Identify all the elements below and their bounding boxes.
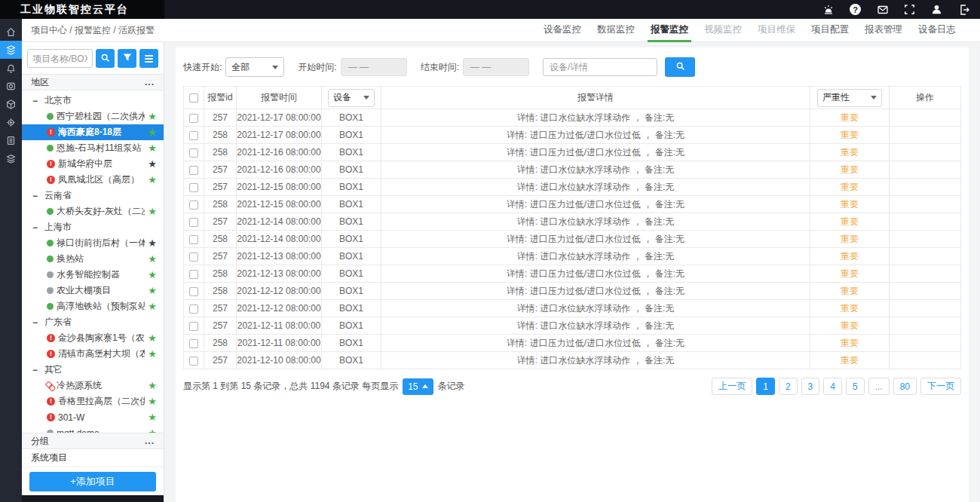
star-icon[interactable]: ★ xyxy=(148,349,157,359)
star-icon[interactable]: ★ xyxy=(148,381,157,390)
select-all-checkbox[interactable] xyxy=(189,93,198,103)
tree-item[interactable]: − 西宁碧桂园（二次供水3泵） ★ xyxy=(22,109,164,124)
project-search-input[interactable] xyxy=(27,49,93,68)
tree-item[interactable]: − 301-W ★ xyxy=(22,409,164,425)
system-project-item[interactable]: 系统项目 xyxy=(22,449,164,467)
tree-item[interactable]: − 冷热源系统 ★ xyxy=(22,378,164,393)
user-icon[interactable] xyxy=(930,3,943,16)
star-icon[interactable]: ★ xyxy=(148,112,157,121)
page-button[interactable]: 1 xyxy=(756,378,775,395)
device-filter-select[interactable]: 设备 xyxy=(328,89,375,107)
mail-icon[interactable] xyxy=(876,3,889,16)
tree-item[interactable]: − 清镇市高堡村大坝（农污） ★ xyxy=(22,346,164,362)
start-time-input[interactable] xyxy=(341,58,407,76)
row-checkbox[interactable] xyxy=(189,114,198,123)
filter-search-button[interactable] xyxy=(665,57,695,77)
device-detail-input[interactable] xyxy=(543,58,657,76)
tree-item[interactable]: − 北京市 ★ xyxy=(22,93,164,109)
star-icon[interactable]: ★ xyxy=(148,333,157,343)
collapse-icon[interactable]: − xyxy=(32,365,41,375)
nav-tab[interactable]: 设备监控 xyxy=(539,19,586,42)
star-icon[interactable]: ★ xyxy=(148,396,157,406)
page-button[interactable]: 80 xyxy=(893,378,917,395)
page-button[interactable]: 4 xyxy=(823,378,842,395)
rail-camera-icon[interactable] xyxy=(0,77,22,95)
row-checkbox[interactable] xyxy=(189,148,198,158)
tree-item[interactable]: − 云南省 ★ xyxy=(22,188,164,204)
star-icon[interactable]: ★ xyxy=(148,302,157,311)
star-icon[interactable]: ★ xyxy=(148,270,157,280)
severity-filter-select[interactable]: 严重性 xyxy=(817,89,882,107)
logout-icon[interactable] xyxy=(957,3,970,16)
collapse-icon[interactable]: − xyxy=(32,191,41,201)
row-checkbox[interactable] xyxy=(189,339,198,348)
star-icon[interactable]: ★ xyxy=(148,159,157,169)
nav-tab[interactable]: 报警监控 xyxy=(646,19,693,42)
nav-tab[interactable]: 视频监控 xyxy=(700,19,746,42)
rail-document-icon[interactable] xyxy=(0,131,22,149)
row-checkbox[interactable] xyxy=(189,131,198,140)
rail-alarm-bell-icon[interactable] xyxy=(0,59,22,77)
nav-tab[interactable]: 数据监控 xyxy=(593,19,639,42)
collapse-icon[interactable]: − xyxy=(32,317,41,328)
help-icon[interactable]: ? xyxy=(849,3,862,16)
row-checkbox[interactable] xyxy=(189,322,198,331)
nav-tab[interactable]: 项目配置 xyxy=(807,19,853,42)
page-button[interactable]: 5 xyxy=(846,378,865,395)
tree-item[interactable]: − mqtt demo ★ xyxy=(22,425,164,433)
star-icon[interactable]: ★ xyxy=(148,143,157,153)
row-checkbox[interactable] xyxy=(189,253,198,262)
tree-item[interactable]: − 恩施-石马村11组泵站（二次供 ★ xyxy=(22,140,164,156)
siren-icon[interactable] xyxy=(822,3,835,16)
end-time-input[interactable] xyxy=(463,58,529,76)
tree-item[interactable]: − 凤凰城北区（高层） ★ xyxy=(22,172,164,188)
star-icon[interactable]: ★ xyxy=(148,254,157,264)
tree-item[interactable]: − 大桥头友好-灰灶（二次供水0 ★ xyxy=(22,204,164,219)
rail-target-icon[interactable] xyxy=(0,113,22,131)
row-checkbox[interactable] xyxy=(189,235,198,244)
add-project-button[interactable]: +添加项目 xyxy=(29,472,156,491)
tree-item[interactable]: − 水务智能控制器 ★ xyxy=(22,267,164,283)
page-button[interactable]: ... xyxy=(868,378,890,395)
tree-item[interactable]: − 金沙县陶家寨1号（农污） ★ xyxy=(22,330,164,346)
page-button[interactable]: 上一页 xyxy=(712,378,752,395)
rail-stack-icon[interactable] xyxy=(0,149,22,167)
page-size-select[interactable]: 15 xyxy=(403,378,433,395)
row-checkbox[interactable] xyxy=(189,183,198,192)
collapse-icon[interactable]: − xyxy=(32,222,41,233)
region-more-icon[interactable]: ... xyxy=(145,79,155,85)
nav-tab[interactable]: 项目维保 xyxy=(753,19,800,42)
rail-home-icon[interactable] xyxy=(0,23,22,41)
collapse-icon[interactable]: − xyxy=(32,96,41,106)
row-checkbox[interactable] xyxy=(189,305,198,314)
group-more-icon[interactable]: ... xyxy=(145,438,155,444)
page-button[interactable]: 下一页 xyxy=(920,378,961,395)
rail-devices-icon[interactable] xyxy=(0,41,22,59)
row-checkbox[interactable] xyxy=(189,287,198,296)
star-icon[interactable]: ★ xyxy=(148,238,157,248)
tree-item[interactable]: − 高淳地铁站（预制泵站） ★ xyxy=(22,298,164,314)
search-button[interactable] xyxy=(96,49,115,68)
tree-item[interactable]: − 新城华府中层 ★ xyxy=(22,156,164,172)
page-button[interactable]: 2 xyxy=(779,378,798,395)
tree-item[interactable]: − 上海市 ★ xyxy=(22,219,164,235)
rail-layers-icon[interactable] xyxy=(0,95,22,113)
nav-tab[interactable]: 报表管理 xyxy=(860,19,907,42)
star-icon[interactable]: ★ xyxy=(148,127,157,137)
row-checkbox[interactable] xyxy=(189,357,198,366)
fullscreen-icon[interactable] xyxy=(903,3,916,16)
quick-start-select[interactable]: 全部 xyxy=(225,57,284,77)
star-icon[interactable]: ★ xyxy=(148,286,157,295)
star-icon[interactable]: ★ xyxy=(148,175,157,185)
page-button[interactable]: 3 xyxy=(801,378,820,395)
row-checkbox[interactable] xyxy=(189,200,198,210)
tree-item[interactable]: − 香格里拉高层（二次供水2泵 ★ xyxy=(22,393,164,409)
tree-item[interactable]: − 其它 ★ xyxy=(22,362,164,378)
star-icon[interactable]: ★ xyxy=(148,207,157,216)
tree-item[interactable]: − 换热站 ★ xyxy=(22,251,164,267)
tree-item[interactable]: − 农业大棚项目 ★ xyxy=(22,283,164,298)
list-mode-button[interactable] xyxy=(139,49,158,68)
row-checkbox[interactable] xyxy=(189,166,198,175)
row-checkbox[interactable] xyxy=(189,270,198,279)
row-checkbox[interactable] xyxy=(189,218,198,227)
